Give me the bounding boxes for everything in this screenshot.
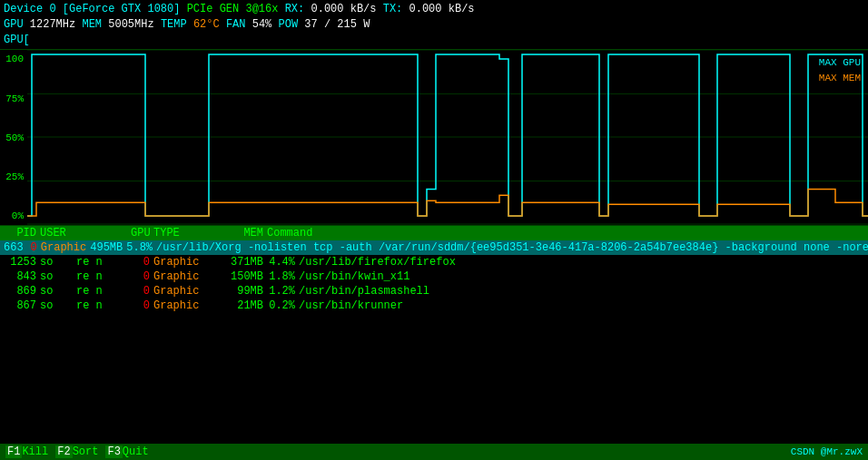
row-mem: 99MB bbox=[212, 285, 267, 298]
row-mem: 495MB bbox=[90, 241, 126, 254]
row-pid: 843 bbox=[4, 270, 40, 283]
table-row: 843 so re n 0 Graphic 150MB 1.8% /usr/bi… bbox=[0, 269, 868, 284]
row-pid: 663 bbox=[4, 241, 27, 254]
tx-val: 0.000 kB/s bbox=[409, 3, 475, 15]
row-gpu: 0 bbox=[131, 285, 153, 298]
footer-key-f2[interactable]: F2Sort bbox=[55, 445, 98, 458]
col-header-user: USER bbox=[40, 227, 76, 240]
col-header-mem: MEM bbox=[212, 227, 267, 240]
row-cmd: /usr/bin/krunner bbox=[299, 299, 864, 312]
fan-val: 54% bbox=[252, 18, 272, 31]
temp-val: 62°C bbox=[193, 18, 220, 31]
col-header-type: TYPE bbox=[153, 227, 212, 240]
row-user: so bbox=[40, 270, 76, 283]
y-axis: 100 75% 50% 25% 0% bbox=[0, 50, 27, 225]
row-mem: 21MB bbox=[212, 299, 267, 312]
y-50: 50% bbox=[0, 132, 27, 143]
footer-key-f1[interactable]: F1Kill bbox=[5, 445, 48, 458]
process-table: PID USER GPU TYPE MEM Command 663 0 Grap… bbox=[0, 226, 868, 313]
col-header-extra bbox=[76, 227, 131, 240]
row-mem-pct: 1.2% bbox=[267, 285, 299, 298]
row-cmd: /usr/bin/plasmashell bbox=[299, 285, 864, 298]
mem-label: MEM bbox=[82, 18, 108, 31]
row-mem-pct: 0.2% bbox=[267, 299, 299, 312]
fan-label: FAN bbox=[226, 18, 252, 31]
table-header-row: PID USER GPU TYPE MEM Command bbox=[0, 226, 868, 240]
rx-val: 0.000 kB/s bbox=[311, 3, 376, 15]
row-gpu: 0 bbox=[31, 241, 41, 254]
row-type: Graphic bbox=[41, 241, 90, 254]
row-type: Graphic bbox=[153, 285, 212, 298]
row-pid: 1253 bbox=[4, 256, 40, 269]
footer-key-f3[interactable]: F3Quit bbox=[105, 445, 148, 458]
row-mem-pct: 5.8% bbox=[126, 241, 156, 254]
y-0: 0% bbox=[0, 210, 27, 221]
mem-val: 5005MHz bbox=[108, 18, 153, 31]
temp-label: TEMP bbox=[161, 18, 193, 31]
header-line1: Device 0 [GeForce GTX 1080] PCIe GEN 3@1… bbox=[4, 2, 864, 17]
row-gpu: 0 bbox=[131, 299, 153, 312]
row-cmd: /usr/lib/firefox/firefox bbox=[299, 256, 864, 269]
row-type: Graphic bbox=[153, 299, 212, 312]
row-type: Graphic bbox=[153, 270, 212, 283]
gpu-bar-label: GPU[ bbox=[4, 34, 30, 46]
pow-val: 37 / 215 W bbox=[304, 18, 370, 31]
gpu-bar-space bbox=[30, 34, 868, 46]
row-cmd: /usr/bin/kwin_x11 bbox=[299, 270, 864, 283]
row-user: so bbox=[40, 285, 76, 298]
y-75: 75% bbox=[0, 93, 27, 104]
footer-brand: CSDN @Mr.zwX bbox=[791, 446, 863, 457]
y-100: 100 bbox=[0, 54, 27, 64]
row-mem-pct: 1.8% bbox=[267, 270, 299, 283]
row-type: Graphic bbox=[153, 256, 212, 269]
key-f1-num: F1 bbox=[5, 445, 22, 458]
pow-label: POW bbox=[279, 18, 305, 31]
row-extra: re n bbox=[76, 299, 131, 312]
row-user: so bbox=[40, 299, 76, 312]
col-header-gpu: GPU bbox=[131, 227, 153, 240]
col-header-cmd: Command bbox=[267, 227, 864, 240]
row-user: so bbox=[40, 256, 76, 269]
row-mem: 371MB bbox=[212, 256, 267, 269]
footer-key-list: F1Kill F2Sort F3Quit bbox=[5, 445, 149, 458]
gpu-val: 1227MHz bbox=[30, 18, 75, 31]
pcie-val: PCIe GEN 3@16x bbox=[187, 3, 279, 15]
y-25: 25% bbox=[0, 171, 27, 182]
key-f3-num: F3 bbox=[105, 445, 122, 458]
gpu-chart bbox=[27, 50, 868, 225]
table-row: 867 so re n 0 Graphic 21MB 0.2% /usr/bin… bbox=[0, 299, 868, 313]
tx-label: TX: bbox=[383, 3, 409, 15]
key-f2-label: Sort bbox=[73, 445, 99, 458]
table-row: 1253 so re n 0 Graphic 371MB 4.4% /usr/l… bbox=[0, 255, 868, 269]
legend-gpu: MAX GPU bbox=[819, 55, 861, 71]
table-row: 869 so re n 0 Graphic 99MB 1.2% /usr/bin… bbox=[0, 284, 868, 299]
key-f1-label: Kill bbox=[22, 445, 48, 458]
col-header-pid: PID bbox=[4, 227, 40, 240]
row-extra: re n bbox=[76, 256, 131, 269]
header-section: Device 0 [GeForce GTX 1080] PCIe GEN 3@1… bbox=[0, 0, 868, 49]
row-gpu: 0 bbox=[131, 256, 153, 269]
footer-bar: F1Kill F2Sort F3Quit CSDN @Mr.zwX bbox=[0, 444, 868, 460]
highlighted-process-row: 663 0 Graphic 495MB 5.8% /usr/lib/Xorg -… bbox=[0, 240, 868, 255]
row-mem-pct: 4.4% bbox=[267, 256, 299, 269]
device-label: Device 0 [GeForce GTX 1080] bbox=[4, 3, 180, 15]
chart-legend: MAX GPU MAX MEM bbox=[819, 55, 861, 85]
row-mem: 150MB bbox=[212, 270, 267, 283]
legend-mem: MAX MEM bbox=[819, 71, 861, 86]
header-line2: GPU 1227MHz MEM 5005MHz TEMP 62°C FAN 54… bbox=[4, 17, 864, 33]
rx-label: RX: bbox=[285, 3, 311, 15]
row-extra: re n bbox=[76, 285, 131, 298]
header-line3: GPU[ bbox=[4, 33, 864, 48]
graph-container: 100 75% 50% 25% 0% MAX GPU MAX MEM bbox=[0, 49, 868, 226]
row-pid: 869 bbox=[4, 285, 40, 298]
row-extra: re n bbox=[76, 270, 131, 283]
key-f2-num: F2 bbox=[55, 445, 72, 458]
row-pid: 867 bbox=[4, 299, 40, 312]
row-gpu: 0 bbox=[131, 270, 153, 283]
gpu-label: GPU bbox=[4, 18, 30, 31]
row-cmd: /usr/lib/Xorg -nolisten tcp -auth /var/r… bbox=[156, 241, 868, 254]
key-f3-label: Quit bbox=[123, 445, 149, 458]
